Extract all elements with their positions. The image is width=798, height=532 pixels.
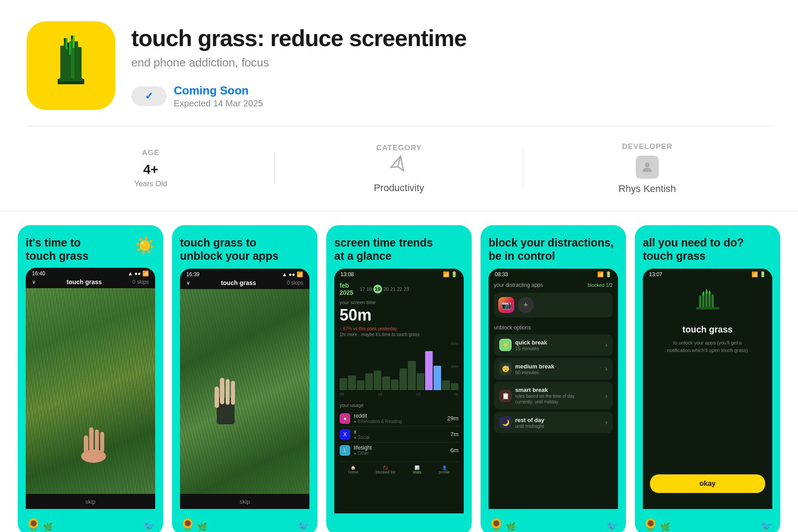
rest-of-day-sub: until midnight [515,423,602,429]
card-deco-2: 🌻 🌿 🐦 [180,509,309,532]
bar [357,380,364,390]
coming-soon-label: Coming Soon [174,84,263,98]
app-icon-x: X [340,429,350,440]
tab-blocked[interactable]: 🚫blocked list [376,466,396,474]
hand-2 [206,371,283,473]
phone-signal-2: ▲ ●● 📶 [282,271,303,278]
coming-soon-row: ✓ Coming Soon Expected 14 Mar 2025 [131,84,771,109]
svg-rect-11 [71,35,73,39]
bar-highlight-2 [434,366,441,390]
phone-content-5: touch grass to unlock your apps (you'll … [643,278,772,509]
phone-icons-3: 📶 🔋 [443,271,458,278]
center-subtitle: to unlock your apps (you'll get anotific… [664,339,751,354]
svg-rect-33 [696,307,720,309]
add-icon: + [518,297,534,313]
phone-status-5: 13:07 📶 🔋 [643,269,772,278]
usage-cat-3: ● Other [354,451,447,456]
phone-time-1: 16:40 [32,270,45,277]
screenshot-3-headline: screen time trendsat a glance [334,236,464,262]
month-label: feb2025 [340,282,353,296]
chevron-2: ∨ [186,280,190,286]
svg-rect-9 [67,43,69,46]
grass-2: 🌿 [197,522,207,532]
phone-time-2: 16:39 [186,271,200,278]
svg-rect-21 [220,378,224,404]
medium-break-option[interactable]: 😴 medium break 60 minutes › [494,358,613,379]
distracting-apps-row: 📷 + [494,293,613,317]
bird-4: 🐦 [606,520,618,532]
usage-item-1: ● reddit ● Information & Reading 29m [340,411,458,426]
usage-item-2: X x ● Social 7m [340,426,458,442]
tab-home[interactable]: 🏠home [348,466,359,474]
blocked-count: blocked 1/2 [588,282,613,288]
chevron-right-1: › [605,341,607,349]
category-label: CATEGORY [376,144,422,153]
phone-skip-1: skip [26,494,155,509]
tab-profile[interactable]: 👤profile [439,466,450,474]
medium-break-info: medium break 60 minutes [515,363,602,375]
bar [340,378,347,391]
screen-time-label: your screen time [340,300,458,305]
svg-rect-23 [231,381,235,405]
phone-icons-5: 📶 🔋 [751,271,766,278]
age-label: AGE [142,149,160,157]
smart-break-info: smart break rules based on the time of d… [515,387,602,405]
bar [399,368,407,391]
screenshots-section: it's time totouch grass ☀️ 16:40 ▲ ●● 📶 … [0,211,798,532]
card-deco-1: 🌻 🌿 🐦 [26,509,155,532]
hand-1 [58,371,129,463]
card-deco-5: 🌻 🌿 🐦 [643,509,772,532]
phone-status-1: 16:40 ▲ ●● 📶 [26,268,155,277]
grass-4: 🌿 [506,522,516,532]
instagram-icon: 📷 [498,297,514,313]
app-title: touch grass: reduce screentime [131,25,771,51]
screenshot-5-headline: all you need to do?touch grass [643,236,772,262]
svg-rect-18 [100,432,104,452]
rest-of-day-option[interactable]: 🌙 rest of day until midnight › [494,412,613,433]
bar [451,383,458,391]
svg-rect-17 [95,430,99,453]
usage-item-3: L lifesight ● Other 6m [340,442,458,458]
okay-button-area: okay [650,474,765,502]
grass-logo [692,285,723,317]
screenshot-2-headline: touch grass tounblock your apps [180,236,309,262]
phone-mockup-5: 13:07 📶 🔋 [643,269,772,509]
bird-2: 🐦 [297,520,309,532]
usage-info-3: lifesight ● Other [354,445,447,456]
camera-view-1 [26,288,155,494]
age-value: 4+ [143,162,158,177]
medium-break-sub: 60 minutes [515,370,602,375]
usage-list: your usage ● reddit ● Information & Read… [340,403,458,458]
rest-of-day-info: rest of day until midnight [515,417,602,429]
quick-break-option[interactable]: ⚡ quick break 15 minutes › [494,334,613,356]
smart-break-icon: 📋 [499,390,512,402]
tab-stats[interactable]: 📊stats [413,466,421,474]
smart-break-option[interactable]: 📋 smart break rules based on the time of… [494,382,613,409]
usage-cat-2: ● Social [354,435,447,440]
bar [391,379,399,390]
usage-app-2: x [354,429,447,435]
phone-time-3: 13:08 [340,271,354,278]
svg-rect-4 [60,46,64,79]
screen-time-value: 50m [340,306,458,325]
okay-button[interactable]: okay [650,474,765,493]
screenshot-2: touch grass tounblock your apps 16:39 ▲ … [172,225,317,532]
phone-skips-2: 0 skips [287,280,303,286]
category-icon [387,154,411,180]
phone-app-name-2: touch grass [221,279,256,286]
screenshot-4: block your distractions,be in control 08… [481,225,626,532]
app-icon [27,21,115,110]
quick-break-icon: ⚡ [499,339,512,351]
svg-rect-5 [78,47,82,79]
app-info: touch grass: reduce screentime end phone… [131,21,771,109]
phone-time-4: 08:33 [495,271,508,278]
svg-rect-30 [706,289,708,294]
bar [348,376,356,390]
checkmark-badge[interactable]: ✓ [131,86,167,106]
phone-skips-1: 0 skips [133,279,149,285]
svg-rect-19 [84,435,88,453]
flower-5: 🌻 [643,517,658,532]
phone-app-name-1: touch grass [66,278,102,286]
bar [365,373,373,391]
app-icon-lifesight: L [340,445,350,456]
